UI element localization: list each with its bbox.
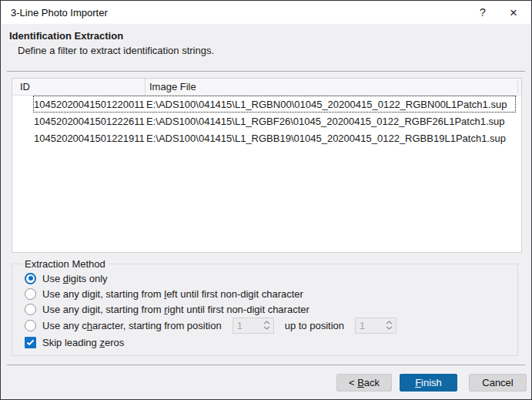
spinner-value: 1	[356, 320, 386, 331]
radio-from-right[interactable]: Use any digit, starting from right until…	[25, 302, 309, 316]
header-separator-right	[517, 80, 518, 93]
table-row[interactable]: 10452020041501220011 E:\ADS100\041415\L1…	[12, 96, 521, 113]
radio-label: Use any digit, starting from left until …	[42, 288, 303, 300]
column-header-id[interactable]: ID	[12, 79, 146, 95]
spin-down-icon	[386, 326, 393, 330]
radio-use-digits-only[interactable]: Use digits only	[25, 271, 108, 285]
spinner-arrows[interactable]	[386, 321, 396, 330]
finish-button[interactable]: Finish	[400, 374, 457, 392]
radio-label: Use any digit, starting from right until…	[42, 304, 309, 315]
spinner-arrows[interactable]	[263, 321, 273, 330]
check-icon	[26, 339, 35, 346]
cell-image-file: E:\ADS100\041415\L1_RGBN00\01045_2020041…	[146, 99, 521, 110]
page-subtitle: Define a filter to extract identificatio…	[18, 45, 214, 56]
checkbox-checked-icon	[25, 337, 36, 348]
id-file-table: ID Image File 10452020041501220011 E:\AD…	[12, 78, 522, 253]
spin-down-icon	[263, 326, 270, 330]
table-row[interactable]: 10452020041501221911 E:\ADS100\041415\L1…	[12, 129, 521, 146]
cell-id: 10452020041501222611	[34, 116, 146, 127]
spinner-value: 1	[233, 320, 263, 331]
window-title: 3-Line Photo Importer	[11, 2, 108, 24]
close-icon: ×	[510, 5, 517, 20]
spin-up-icon	[263, 321, 270, 324]
radio-from-left[interactable]: Use any digit, starting from left until …	[25, 287, 303, 301]
extraction-method-group: Extraction Method Use digits only Use an…	[12, 264, 518, 356]
cell-id: 10452020041501220011	[34, 99, 146, 110]
radio-icon	[25, 273, 36, 284]
title-bar: 3-Line Photo Importer ? ×	[2, 2, 530, 24]
position-to-spinner[interactable]: 1	[355, 318, 396, 334]
checkbox-label: Skip leading zeros	[42, 337, 124, 348]
table-header: ID Image File	[12, 79, 521, 96]
radio-label: Use digits only	[42, 273, 108, 284]
radio-any-character-range[interactable]: Use any character, starting from positio…	[25, 317, 401, 334]
radio-icon	[25, 288, 36, 300]
checkbox-skip-leading-zeros[interactable]: Skip leading zeros	[25, 335, 124, 349]
page-title: Identification Extraction	[9, 30, 123, 42]
spin-up-icon	[386, 321, 393, 324]
radio-icon	[25, 304, 36, 315]
cell-image-file: E:\ADS100\041415\L1_RGBF26\01045_2020041…	[146, 116, 521, 127]
column-header-image-file[interactable]: Image File	[146, 79, 521, 95]
cancel-button[interactable]: Cancel	[469, 374, 527, 392]
table-row[interactable]: 10452020041501222611 E:\ADS100\041415\L1…	[12, 113, 521, 129]
close-button[interactable]: ×	[501, 2, 526, 24]
up-to-position-label: up to position	[285, 320, 344, 331]
position-from-spinner[interactable]: 1	[233, 318, 274, 334]
back-button[interactable]: < Back	[336, 374, 392, 392]
header-separator	[7, 71, 525, 72]
question-mark-icon: ?	[480, 6, 486, 18]
photo-importer-dialog: 3-Line Photo Importer ? × Identification…	[0, 0, 532, 400]
group-label: Extraction Method	[22, 258, 109, 270]
cell-id: 10452020041501221911	[34, 133, 146, 144]
footer-separator	[7, 365, 525, 365]
radio-icon	[25, 320, 36, 331]
help-button[interactable]: ?	[470, 2, 495, 24]
cell-image-file: E:\ADS100\041415\L1_RGBB19\01045_2020041…	[146, 133, 521, 144]
radio-label: Use any character, starting from positio…	[42, 320, 222, 331]
